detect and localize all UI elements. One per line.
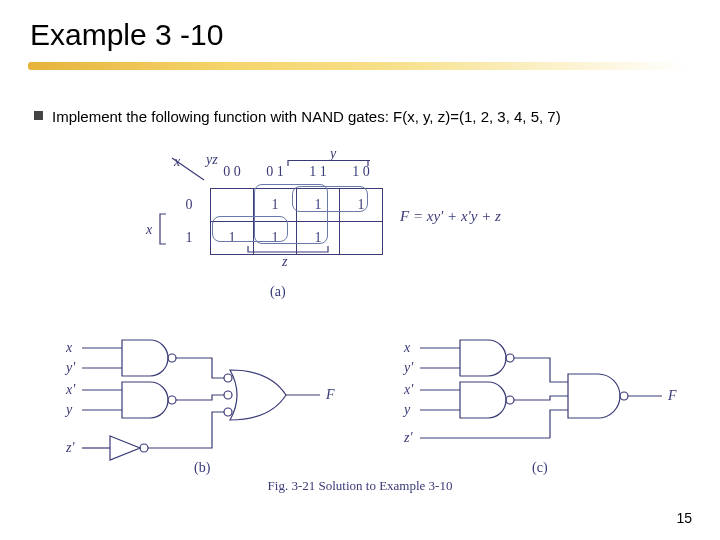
figure-caption: Fig. 3-21 Solution to Example 3-10 (0, 478, 720, 494)
kmap-row-hdr: 1 (168, 222, 211, 255)
circuit-c-label: (c) (532, 460, 548, 476)
gate-input: y' (404, 360, 413, 376)
page-number: 15 (676, 510, 692, 526)
gate-input: x' (66, 382, 75, 398)
gate-input: y' (66, 360, 75, 376)
kmap-bottom-var: z (282, 254, 287, 270)
svg-point-14 (224, 408, 232, 416)
circuit-b-label: (b) (194, 460, 210, 476)
kmap-loop (254, 184, 328, 244)
kmap-x-row-label: x (146, 222, 152, 238)
bullet-item: Implement the following function with NA… (38, 108, 561, 125)
gate-input: y (66, 402, 72, 418)
kmap-figure: x yz y 0 0 0 1 1 1 1 0 0 1 1 1 1 1 1 1 (168, 156, 383, 255)
bullet-text: Implement the following function with NA… (52, 108, 561, 125)
svg-point-16 (506, 354, 514, 362)
kmap-row-hdr: 0 (168, 189, 211, 222)
svg-point-12 (224, 374, 232, 382)
circuit-c: x y' x' y z' F (c) (400, 330, 700, 470)
svg-line-0 (172, 158, 204, 180)
svg-marker-9 (110, 436, 140, 460)
function-equation: F = xy' + x'y + z (400, 208, 501, 225)
svg-point-23 (620, 392, 628, 400)
bullet-square-icon (34, 111, 43, 120)
circuit-b: x y' x' y z' F (b) (62, 330, 362, 470)
gate-input: x (66, 340, 72, 356)
slide-title: Example 3 -10 (30, 18, 223, 52)
gate-input: z' (404, 430, 412, 446)
gate-output: F (326, 387, 335, 403)
gate-input: x' (404, 382, 413, 398)
kmap-sublabel: (a) (270, 284, 286, 300)
kmap-cell (340, 222, 383, 255)
gate-input: x (404, 340, 410, 356)
svg-point-6 (168, 396, 176, 404)
gate-input: y (404, 402, 410, 418)
gate-input: z' (66, 440, 74, 456)
svg-point-19 (506, 396, 514, 404)
gate-output: F (668, 388, 677, 404)
svg-point-3 (168, 354, 176, 362)
title-underline (28, 62, 688, 70)
svg-point-13 (224, 391, 232, 399)
